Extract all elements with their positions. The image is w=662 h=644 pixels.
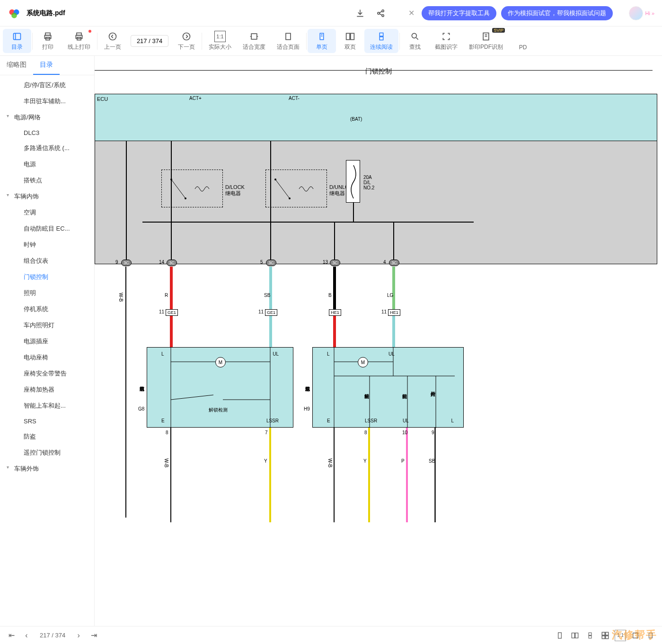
svg-rect-50 xyxy=(606,632,609,635)
connector-3c: 3C xyxy=(330,259,340,266)
actual-size-button[interactable]: 1:1 实际大小 xyxy=(203,29,237,53)
svg-rect-47 xyxy=(589,633,591,635)
download-button[interactable] xyxy=(354,8,366,19)
top-header: 系统电路.pdf ✕ 帮我打开文字提取工具 作为模拟面试官，帮我模拟面试问题 H… xyxy=(0,0,662,27)
first-page-button[interactable]: ⇤ xyxy=(6,630,17,641)
print-button[interactable]: 打印 xyxy=(34,29,62,53)
tree-leaf[interactable]: 智能上车和起... xyxy=(0,398,94,414)
tree-group[interactable]: 车辆外饰 xyxy=(0,461,94,477)
svg-rect-51 xyxy=(602,635,605,638)
svg-rect-52 xyxy=(606,635,609,638)
junction-ge1: GE1 xyxy=(166,309,178,316)
connector-3c: 3C xyxy=(121,259,132,266)
last-page-button[interactable]: ⇥ xyxy=(88,630,99,641)
diagram-title: 门锁控制 xyxy=(365,67,392,76)
tree-leaf[interactable]: 时钟 xyxy=(0,237,94,253)
left-front-door-lock: L UL E LSSR UL L M 解锁检测 锁门检测 门控灯开关 xyxy=(312,347,464,428)
connector-3c: 3C xyxy=(167,259,177,266)
view-double-icon[interactable] xyxy=(569,630,581,641)
search-button[interactable]: 查找 xyxy=(401,29,429,53)
svg-point-28 xyxy=(274,179,276,180)
double-page-button[interactable]: 双页 xyxy=(336,29,364,53)
svg-line-34 xyxy=(171,395,213,400)
svg-point-29 xyxy=(289,197,291,199)
prev-page-bottom-button[interactable]: ‹ xyxy=(21,630,32,641)
tab-toc[interactable]: 目录 xyxy=(33,56,60,75)
avatar-icon xyxy=(629,6,643,20)
svg-line-24 xyxy=(171,179,185,198)
svg-rect-46 xyxy=(575,633,578,638)
relay-box: D/LOCK 继电器 D/UNLOCK 继电器 20A D/L NO.2 xyxy=(95,141,657,264)
tree-leaf[interactable]: 搭铁点 xyxy=(0,172,94,188)
svg-rect-15 xyxy=(251,34,257,39)
view-single-icon[interactable] xyxy=(554,630,565,641)
tab-thumbnails[interactable]: 缩略图 xyxy=(0,56,33,75)
top-actions: ✕ 帮我打开文字提取工具 作为模拟面试官，帮我模拟面试问题 Hi » xyxy=(354,6,654,20)
next-page-button[interactable]: 下一页 xyxy=(172,29,201,53)
ai-interview-button[interactable]: 作为模拟面试官，帮我模拟面试问题 xyxy=(501,6,613,20)
junction-he1: HE1 xyxy=(329,309,341,316)
tree-leaf[interactable]: DLC3 xyxy=(0,125,94,140)
dunlock-relay: D/UNLOCK 继电器 xyxy=(265,170,327,207)
ecu-box: ECU xyxy=(95,94,657,141)
svg-rect-20 xyxy=(380,33,383,36)
prev-page-button[interactable]: 上一页 xyxy=(98,29,127,53)
fit-page-button[interactable]: 适合页面 xyxy=(271,29,305,53)
watermark: 汽修帮手 xyxy=(612,628,657,642)
tree-group[interactable]: 电源/网络 xyxy=(0,109,94,125)
toc-tree[interactable]: 启/停/盲区/系统丰田驻车辅助...电源/网络DLC3多路通信系统 (...电源… xyxy=(0,75,94,626)
hi-label: Hi » xyxy=(645,10,654,16)
tree-leaf[interactable]: 座椅安全带警告 xyxy=(0,366,94,382)
view-grid-icon[interactable] xyxy=(600,630,611,641)
single-page-button[interactable]: 单页 xyxy=(308,29,336,53)
page-input[interactable] xyxy=(131,35,168,47)
tree-leaf[interactable]: 防盗 xyxy=(0,429,94,445)
fuse-box: 20A D/L NO.2 xyxy=(346,160,360,203)
tree-leaf[interactable]: 电源 xyxy=(0,156,94,172)
tree-leaf[interactable]: 组合仪表 xyxy=(0,253,94,269)
toc-button[interactable]: 目录 xyxy=(3,29,31,53)
svg-rect-48 xyxy=(589,635,591,638)
notification-dot-icon xyxy=(88,30,91,33)
next-page-bottom-button[interactable]: › xyxy=(73,630,84,641)
ai-close-button[interactable]: ✕ xyxy=(406,8,417,19)
tree-leaf[interactable]: 照明 xyxy=(0,285,94,301)
svg-point-13 xyxy=(109,33,116,40)
pd-button[interactable]: PD xyxy=(509,30,537,53)
tree-leaf[interactable]: 遥控门锁控制 xyxy=(0,445,94,461)
tree-leaf[interactable]: 停机系统 xyxy=(0,301,94,317)
tree-leaf[interactable]: 门锁控制 xyxy=(0,269,94,285)
tree-leaf[interactable]: 自动防眩目 EC... xyxy=(0,221,94,237)
tree-leaf[interactable]: 丰田驻车辅助... xyxy=(0,93,94,109)
pdf-page: 门锁控制 ECU ACT+ ACT- (BAT) D/LOCK 继电器 xyxy=(95,56,662,626)
tree-leaf[interactable]: 多路通信系统 (... xyxy=(0,140,94,156)
tree-leaf[interactable]: 车内照明灯 xyxy=(0,317,94,333)
share-button[interactable] xyxy=(375,8,387,19)
tree-leaf[interactable]: 启/停/盲区/系统 xyxy=(0,77,94,93)
pdf-ocr-button[interactable]: SVIP 影印PDF识别 xyxy=(463,29,509,53)
tree-leaf[interactable]: SRS xyxy=(0,414,94,429)
tree-leaf[interactable]: 空调 xyxy=(0,205,94,221)
right-front-door-lock: L UL E LSSR M 解锁检测 xyxy=(147,347,293,428)
fit-width-button[interactable]: 适合宽度 xyxy=(237,29,271,53)
connector-3c: 3C xyxy=(389,259,399,266)
svg-point-22 xyxy=(412,33,416,38)
continuous-button[interactable]: 连续阅读 xyxy=(364,29,398,53)
junction-he1: HE1 xyxy=(388,309,400,316)
pdf-viewer[interactable]: 门锁控制 ECU ACT+ ACT- (BAT) D/LOCK 继电器 xyxy=(95,56,662,626)
tree-leaf[interactable]: 座椅加热器 xyxy=(0,382,94,398)
tree-leaf[interactable]: 电动座椅 xyxy=(0,349,94,366)
ai-extract-button[interactable]: 帮我打开文字提取工具 xyxy=(422,6,496,20)
connector-3c: 3C xyxy=(266,259,276,266)
screenshot-ocr-button[interactable]: 截图识字 xyxy=(429,29,463,53)
tree-group[interactable]: 车辆内饰 xyxy=(0,188,94,205)
junction-ge1: GE1 xyxy=(265,309,277,316)
file-title: 系统电路.pdf xyxy=(26,9,65,18)
user-avatar[interactable]: Hi » xyxy=(629,6,654,20)
online-print-button[interactable]: 线上打印 xyxy=(62,29,96,53)
svip-badge-icon: SVIP xyxy=(492,28,505,33)
svg-rect-18 xyxy=(346,33,350,39)
view-continuous-icon[interactable] xyxy=(584,630,596,641)
tree-leaf[interactable]: 电源插座 xyxy=(0,333,94,349)
svg-rect-45 xyxy=(572,633,574,638)
